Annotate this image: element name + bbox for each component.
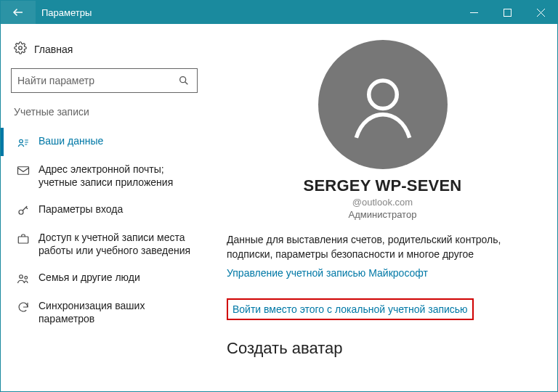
avatar-container bbox=[227, 40, 538, 169]
account-description: Данные для выставления счетов, родительс… bbox=[227, 233, 538, 261]
search-input[interactable] bbox=[17, 75, 177, 86]
window-controls bbox=[457, 1, 557, 24]
svg-point-2 bbox=[180, 77, 186, 83]
local-account-highlight: Войти вместо этого с локальной учетной з… bbox=[227, 298, 474, 320]
user-name: SERGEY WP-SEVEN bbox=[227, 176, 538, 195]
back-button[interactable] bbox=[1, 1, 36, 24]
search-box[interactable] bbox=[11, 68, 198, 93]
sidebar-item-work-school[interactable]: Доступ к учетной записи места работы или… bbox=[1, 224, 199, 264]
minimize-button[interactable] bbox=[457, 1, 490, 24]
avatar bbox=[318, 40, 448, 169]
person-card-icon bbox=[17, 136, 30, 149]
sidebar-item-your-info[interactable]: Ваши данные bbox=[1, 128, 199, 156]
sidebar-item-signin-options[interactable]: Параметры входа bbox=[1, 196, 199, 224]
home-label: Главная bbox=[34, 44, 73, 55]
svg-rect-6 bbox=[18, 237, 28, 243]
svg-point-7 bbox=[20, 275, 23, 279]
briefcase-icon bbox=[17, 232, 30, 245]
local-account-link[interactable]: Войти вместо этого с локальной учетной з… bbox=[232, 303, 468, 315]
svg-point-3 bbox=[20, 139, 23, 143]
sidebar: Главная Учетные записи Ваши данные bbox=[1, 24, 208, 391]
content: Главная Учетные записи Ваши данные bbox=[1, 24, 557, 391]
people-icon bbox=[17, 272, 30, 285]
key-icon bbox=[17, 204, 30, 217]
sidebar-item-sync[interactable]: Синхронизация ваших параметров bbox=[1, 293, 199, 332]
home-link[interactable]: Главная bbox=[14, 41, 199, 57]
close-button[interactable] bbox=[524, 1, 557, 24]
sidebar-section-label: Учетные записи bbox=[14, 106, 199, 118]
sidebar-item-label: Семья и другие люди bbox=[39, 271, 195, 285]
svg-point-5 bbox=[19, 210, 23, 214]
svg-rect-0 bbox=[504, 9, 511, 16]
sidebar-item-label: Параметры входа bbox=[39, 203, 195, 216]
mail-icon bbox=[17, 164, 30, 177]
maximize-button[interactable] bbox=[490, 1, 524, 24]
svg-point-1 bbox=[19, 46, 23, 50]
search-icon bbox=[177, 75, 191, 86]
sidebar-item-label: Адрес электронной почты; учетные записи … bbox=[39, 163, 195, 189]
sidebar-item-label: Доступ к учетной записи места работы или… bbox=[39, 232, 195, 257]
main-panel: SERGEY WP-SEVEN @outlook.com Администрат… bbox=[208, 24, 557, 391]
user-role: Администратор bbox=[227, 209, 538, 220]
settings-window: Параметры Главная bbox=[0, 0, 558, 392]
sidebar-item-email-accounts[interactable]: Адрес электронной почты; учетные записи … bbox=[1, 156, 199, 196]
svg-rect-4 bbox=[18, 167, 29, 175]
create-avatar-heading: Создать аватар bbox=[227, 339, 538, 358]
svg-point-8 bbox=[25, 277, 28, 279]
sidebar-nav: Ваши данные Адрес электронной почты; уче… bbox=[9, 128, 199, 332]
sync-icon bbox=[17, 301, 30, 314]
manage-account-link[interactable]: Управление учетной записью Майкрософт bbox=[227, 267, 428, 279]
gear-icon bbox=[14, 41, 27, 57]
sidebar-item-label: Синхронизация ваших параметров bbox=[39, 300, 195, 325]
sidebar-item-label: Ваши данные bbox=[39, 135, 195, 148]
window-title: Параметры bbox=[36, 7, 457, 18]
user-email: @outlook.com bbox=[227, 197, 538, 208]
sidebar-item-family[interactable]: Семья и другие люди bbox=[1, 264, 199, 293]
svg-point-9 bbox=[368, 81, 397, 109]
titlebar: Параметры bbox=[1, 1, 557, 24]
